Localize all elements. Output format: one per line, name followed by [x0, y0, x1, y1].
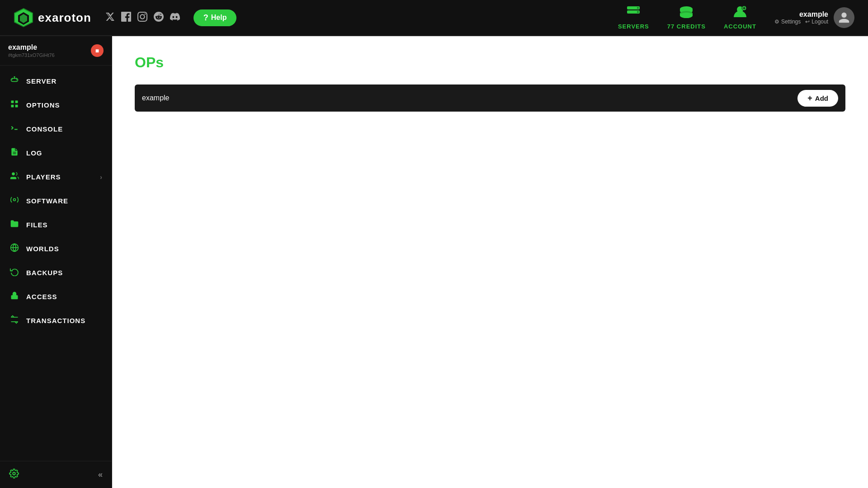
software-icon [9, 195, 20, 206]
backups-icon [9, 267, 20, 278]
svg-point-9 [680, 13, 693, 18]
sidebar-footer: « [0, 461, 112, 488]
sidebar: example #tgkm731xO7GiHt76 ■ SERVER OPTIO… [0, 36, 112, 488]
nav-user[interactable]: example ⚙ Settings ↩ Logout [774, 7, 854, 28]
access-icon [9, 291, 20, 302]
ops-add-button[interactable]: + Add [797, 90, 838, 107]
sidebar-item-log-label: LOG [26, 149, 103, 157]
sidebar-server-info: example #tgkm731xO7GiHt76 ■ [0, 36, 112, 66]
nav-right: SERVERS 77 CREDITS [618, 5, 854, 30]
page-title: OPs [135, 54, 845, 71]
settings-link[interactable]: ⚙ Settings [774, 19, 801, 25]
svg-rect-16 [15, 101, 18, 103]
sidebar-collapse-icon[interactable]: « [98, 470, 103, 479]
servers-label: SERVERS [618, 23, 649, 30]
logo-icon [14, 8, 33, 28]
files-icon [9, 219, 20, 230]
log-icon [9, 147, 20, 159]
sidebar-settings-icon[interactable] [9, 469, 19, 481]
sidebar-item-software-label: SOFTWARE [26, 197, 103, 205]
user-info: example ⚙ Settings ↩ Logout [774, 10, 828, 25]
help-label: Help [211, 14, 227, 22]
sidebar-item-console[interactable]: CONSOLE [0, 117, 112, 141]
logo-area[interactable]: exaroton [14, 8, 91, 28]
svg-point-22 [12, 173, 15, 176]
sidebar-item-backups[interactable]: BACKUPS [0, 261, 112, 285]
social-icons [105, 12, 180, 24]
plus-icon: + [807, 94, 812, 103]
help-button[interactable]: ? Help [193, 9, 237, 26]
logout-link[interactable]: ↩ Logout [805, 19, 828, 25]
sidebar-item-worlds-label: WORLDS [26, 245, 103, 253]
ops-input-row: + Add [135, 84, 845, 112]
nav-servers[interactable]: SERVERS [618, 5, 649, 30]
credits-label: 77 CREDITS [667, 23, 706, 30]
stop-button[interactable]: ■ [91, 44, 104, 57]
avatar[interactable] [834, 7, 854, 28]
sidebar-item-server[interactable]: SERVER [0, 69, 112, 93]
main-content: OPs + Add [112, 36, 868, 488]
server-info-text: example #tgkm731xO7GiHt76 [8, 43, 55, 58]
sidebar-server-name: example [8, 43, 55, 52]
instagram-icon[interactable] [137, 12, 147, 24]
console-icon [9, 123, 20, 135]
settings-icon: ⚙ [774, 19, 779, 25]
account-label: ACCOUNT [724, 23, 756, 30]
servers-icon [626, 5, 641, 21]
sidebar-item-files-label: FILES [26, 221, 103, 229]
sidebar-item-worlds[interactable]: WORLDS [0, 237, 112, 261]
credits-icon [678, 5, 694, 21]
svg-point-14 [14, 76, 15, 78]
svg-rect-18 [15, 105, 18, 108]
stop-icon: ■ [95, 47, 99, 54]
user-links: ⚙ Settings ↩ Logout [774, 19, 828, 25]
sidebar-item-console-label: CONSOLE [26, 125, 103, 133]
worlds-icon [9, 243, 20, 254]
svg-point-28 [13, 472, 15, 475]
ops-text-input[interactable] [142, 94, 792, 102]
sidebar-item-transactions[interactable]: TRANSACTIONS [0, 309, 112, 333]
logout-icon: ↩ [805, 19, 810, 25]
main-layout: example #tgkm731xO7GiHt76 ■ SERVER OPTIO… [0, 36, 868, 488]
reddit-icon[interactable] [154, 12, 164, 24]
svg-rect-15 [11, 101, 14, 103]
players-expand-icon: › [100, 174, 103, 181]
svg-rect-17 [11, 105, 14, 108]
svg-point-23 [14, 199, 16, 201]
sidebar-item-backups-label: BACKUPS [26, 269, 103, 277]
transactions-icon [9, 315, 20, 326]
sidebar-item-options[interactable]: OPTIONS [0, 93, 112, 117]
players-icon [9, 171, 20, 183]
sidebar-item-players[interactable]: PLAYERS › [0, 165, 112, 189]
nav-credits[interactable]: 77 CREDITS [667, 5, 706, 30]
sidebar-server-id: #tgkm731xO7GiHt76 [8, 52, 55, 58]
facebook-icon[interactable] [121, 12, 131, 24]
account-icon [733, 5, 747, 21]
discord-icon[interactable] [170, 12, 180, 24]
twitter-icon[interactable] [105, 12, 115, 24]
logo-text: exaroton [38, 11, 91, 25]
username: example [799, 10, 828, 19]
topnav: exaroton ? Help [0, 0, 868, 36]
sidebar-item-log[interactable]: LOG [0, 141, 112, 165]
sidebar-item-access-label: ACCESS [26, 293, 103, 300]
sidebar-item-software[interactable]: SOFTWARE [0, 189, 112, 213]
sidebar-nav: SERVER OPTIONS CONSOLE LOG [0, 66, 112, 461]
help-icon: ? [203, 13, 208, 23]
sidebar-item-options-label: OPTIONS [26, 101, 103, 109]
nav-account[interactable]: ACCOUNT [724, 5, 756, 30]
sidebar-item-access[interactable]: ACCESS [0, 285, 112, 309]
sidebar-item-server-label: SERVER [26, 77, 103, 85]
options-icon [9, 99, 20, 111]
sidebar-item-transactions-label: TRANSACTIONS [26, 317, 103, 324]
svg-point-6 [637, 11, 639, 13]
sidebar-item-files[interactable]: FILES [0, 213, 112, 237]
sidebar-item-players-label: PLAYERS [26, 173, 94, 181]
svg-point-5 [637, 7, 639, 9]
add-button-label: Add [815, 94, 828, 102]
server-icon [9, 75, 20, 87]
